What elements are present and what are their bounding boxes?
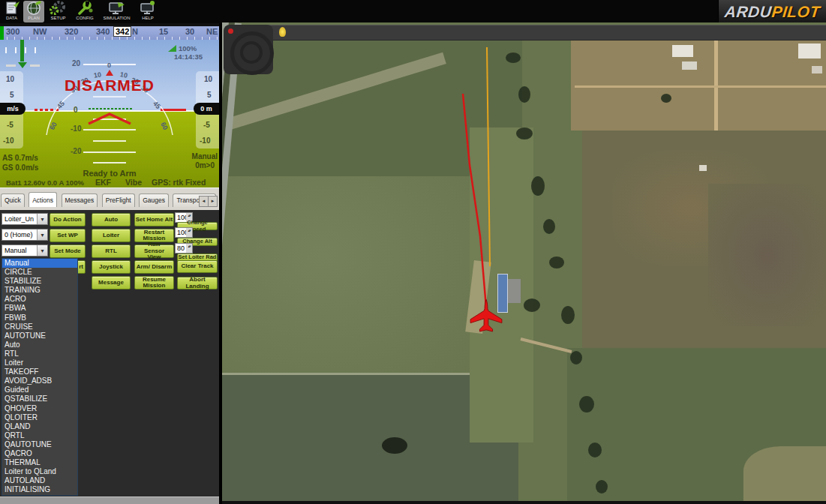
flight-mode-option[interactable]: AVOID_ADSB: [2, 376, 77, 386]
flight-mode-option[interactable]: QACRO: [2, 449, 77, 458]
compass-tick: 30: [185, 27, 194, 36]
actions-panel: Loiter_Un 0 (Home) Manual Do Action Auto…: [0, 210, 219, 496]
hud-mode-text: Manual: [179, 152, 218, 160]
joystick-button[interactable]: Joystick: [92, 260, 131, 274]
flight-mode-option[interactable]: Manual: [2, 259, 77, 268]
link-quality: 100%: [179, 44, 197, 52]
vibe-indicator[interactable]: Vibe: [125, 178, 142, 187]
flight-mode-option[interactable]: Guided: [2, 386, 77, 394]
gps-status-text: GPS: rtk Fixed: [152, 178, 206, 187]
flight-mode-option[interactable]: QSTABILIZE: [2, 394, 77, 404]
hud-artificial-horizon[interactable]: 20 0 -10 -20 60 45 30 20 10 0 10 20 30 4…: [0, 26, 219, 188]
compass-tick: N: [132, 27, 138, 36]
monitor-icon: [100, 1, 134, 16]
hud-clock: 14:14:35: [174, 52, 203, 61]
alt-spinner[interactable]: 100: [175, 227, 193, 238]
flight-mode-option[interactable]: CIRCLE: [2, 268, 77, 277]
tab-scroll-right-button[interactable]: ►: [208, 196, 218, 207]
toolbar-data-button[interactable]: DATA: [2, 1, 22, 22]
raw-sensor-view-button[interactable]: Raw Sensor View: [134, 244, 174, 258]
trim-pointer: [18, 62, 27, 68]
action-select[interactable]: Loiter_Un: [2, 213, 48, 225]
arm-status-text: Ready to Arm: [0, 169, 219, 178]
flight-mode-option[interactable]: FBWA: [2, 304, 77, 313]
speed-tick: 10: [6, 75, 14, 83]
flight-mode-option[interactable]: AUTOTUNE: [2, 332, 77, 340]
set-home-alt-button[interactable]: Set Home Alt: [134, 213, 174, 226]
do-action-button[interactable]: Do Action: [50, 213, 86, 226]
waypoint-select[interactable]: 0 (Home): [2, 229, 48, 241]
toolbar-setup-button[interactable]: SETUP: [47, 1, 70, 22]
tab-quick[interactable]: Quick: [1, 194, 25, 207]
airspeed-text: AS 0.7m/s: [2, 154, 38, 162]
resume-mission-button[interactable]: Resume Mission: [134, 276, 174, 290]
window-bottom-strip: [0, 496, 219, 504]
alt-tick: -5: [203, 121, 210, 129]
mini-gauge-widget[interactable]: [224, 25, 273, 74]
tab-messages[interactable]: Messages: [62, 194, 98, 207]
compass-tick: 340: [96, 27, 110, 36]
heading-value-box: 342: [113, 26, 131, 37]
flightdata-tab-strip: Quick Actions Messages PreFlight Gauges …: [0, 188, 219, 211]
flight-mode-option[interactable]: AUTOLAND: [2, 476, 77, 485]
toolbar-help-button[interactable]: HELP: [136, 1, 160, 22]
auto-button[interactable]: Auto: [92, 213, 131, 226]
toolbar-config-button[interactable]: CONFIG: [72, 1, 98, 22]
loiter-button[interactable]: Loiter: [92, 229, 131, 242]
speed-unit-box: m/s: [0, 103, 26, 115]
flight-mode-option[interactable]: QLAND: [2, 422, 77, 431]
rtl-button[interactable]: RTL: [92, 244, 131, 258]
top-toolbar: DATA PLAN SETUP CONFIG SIMULATION HELP: [0, 0, 826, 23]
speed-tick: -10: [3, 136, 14, 145]
flight-mode-option[interactable]: QLOITER: [2, 413, 77, 422]
battery-text: Bat1 12.60v 0.0 A 100%: [6, 178, 84, 187]
flight-mode-option[interactable]: CRUISE: [2, 322, 77, 332]
flight-mode-option[interactable]: Loiter: [2, 358, 77, 368]
flight-mode-option[interactable]: Loiter to QLand: [2, 467, 77, 476]
flight-mode-option[interactable]: Auto: [2, 340, 77, 350]
mission-planner-window: DATA PLAN SETUP CONFIG SIMULATION HELP: [0, 0, 826, 504]
tab-gauges[interactable]: Gauges: [139, 194, 169, 207]
alt-tick: 10: [204, 75, 212, 83]
clear-track-button[interactable]: Clear Track: [177, 260, 218, 273]
wrench-icon: [72, 1, 98, 16]
flight-mode-option[interactable]: FBWB: [2, 314, 77, 322]
satellite-map[interactable]: [222, 22, 826, 501]
lightbulb-icon[interactable]: [279, 27, 286, 37]
flight-mode-option[interactable]: QRTL: [2, 431, 77, 440]
flight-mode-option[interactable]: THERMAL: [2, 458, 77, 467]
mode-select[interactable]: Manual: [2, 244, 48, 256]
loiter-radius-spinner[interactable]: 80: [175, 243, 193, 254]
set-wp-button[interactable]: Set WP: [50, 229, 86, 242]
compass-green-edge: [0, 26, 4, 40]
speed-tick: 5: [10, 91, 14, 99]
track-overlay: [222, 22, 826, 501]
abort-landing-button[interactable]: Abort Landing: [177, 277, 218, 290]
flight-mode-dropdown-list: ManualCIRCLESTABILIZETRAININGACROFBWAFBW…: [2, 258, 78, 496]
set-mode-button[interactable]: Set Mode: [50, 244, 86, 258]
flight-mode-option[interactable]: QAUTOTUNE: [2, 440, 77, 449]
flight-mode-option[interactable]: QHOVER: [2, 404, 77, 413]
toolbar-simulation-button[interactable]: SIMULATION: [100, 1, 134, 22]
flight-mode-option[interactable]: RTL: [2, 350, 77, 358]
ardupilot-logo: ARDUPILOT: [724, 3, 821, 21]
flight-mode-option[interactable]: INITIALISING: [2, 485, 77, 494]
flight-mode-option[interactable]: STABILIZE: [2, 277, 77, 286]
arm-disarm-button[interactable]: Arm/ Disarm: [134, 260, 174, 274]
signal-icon: [168, 45, 177, 52]
planned-track-orange: [487, 47, 490, 266]
message-button[interactable]: Message: [92, 276, 131, 290]
flight-mode-option[interactable]: TRAINING: [2, 286, 77, 295]
tab-preflight[interactable]: PreFlight: [102, 194, 135, 207]
tab-actions[interactable]: Actions: [29, 192, 57, 207]
flight-mode-option[interactable]: ACRO: [2, 295, 77, 304]
altitude-box: 0 m: [194, 103, 219, 115]
gauge-red-dot: [228, 28, 233, 34]
map-toolbar-strip[interactable]: [254, 25, 826, 40]
disarmed-status: DISARMED: [0, 76, 219, 94]
flight-mode-option[interactable]: TAKEOFF: [2, 368, 77, 376]
compass-tick: 15: [159, 27, 168, 36]
toolbar-plan-button[interactable]: PLAN: [23, 1, 44, 22]
ekf-indicator[interactable]: EKF: [95, 178, 111, 187]
brand-panel: ARDUPILOT: [718, 0, 826, 23]
